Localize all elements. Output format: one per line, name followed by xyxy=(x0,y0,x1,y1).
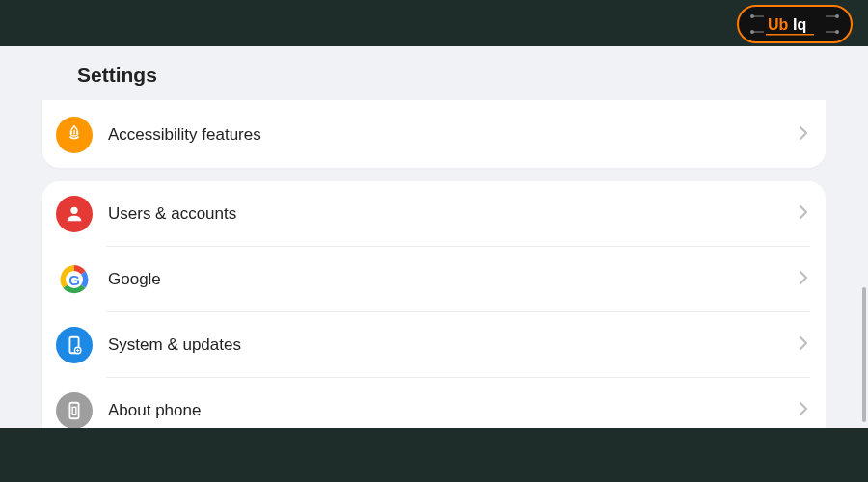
settings-item-about[interactable]: About phone xyxy=(42,378,826,428)
top-bar: Ub Iq xyxy=(0,0,868,46)
system-icon xyxy=(56,327,93,363)
bottom-bar xyxy=(0,428,868,482)
page-title: Settings xyxy=(42,46,826,100)
chevron-right-icon xyxy=(799,335,808,356)
google-icon: G xyxy=(56,261,93,298)
users-icon xyxy=(56,196,93,232)
settings-item-google[interactable]: G Google xyxy=(42,247,826,312)
chevron-right-icon xyxy=(799,270,808,290)
settings-group-1: Accessibility features xyxy=(42,100,826,168)
svg-rect-6 xyxy=(766,34,814,36)
settings-item-accessibility[interactable]: Accessibility features xyxy=(42,102,826,168)
svg-point-7 xyxy=(70,207,77,214)
settings-item-label: System & updates xyxy=(108,335,791,355)
svg-rect-12 xyxy=(69,403,78,419)
settings-item-label: Accessibility features xyxy=(108,125,791,145)
brand-logo: Ub Iq xyxy=(737,5,853,43)
svg-text:G: G xyxy=(68,272,80,288)
settings-item-label: Users & accounts xyxy=(108,204,791,224)
about-icon xyxy=(56,392,93,428)
settings-item-system[interactable]: System & updates xyxy=(42,312,826,378)
chevron-right-icon xyxy=(799,401,808,421)
settings-item-users[interactable]: Users & accounts xyxy=(42,181,826,247)
svg-text:Ub: Ub xyxy=(768,16,789,33)
accessibility-icon xyxy=(56,117,93,153)
chevron-right-icon xyxy=(799,125,808,146)
settings-item-label: Google xyxy=(108,270,791,289)
scrollbar[interactable] xyxy=(862,287,866,422)
svg-rect-13 xyxy=(72,407,76,414)
svg-text:Iq: Iq xyxy=(793,16,806,33)
settings-content: Settings Accessibility features xyxy=(0,46,868,428)
settings-group-2: Users & accounts G Google xyxy=(42,181,826,428)
settings-item-label: About phone xyxy=(108,401,791,420)
chevron-right-icon xyxy=(799,204,808,225)
